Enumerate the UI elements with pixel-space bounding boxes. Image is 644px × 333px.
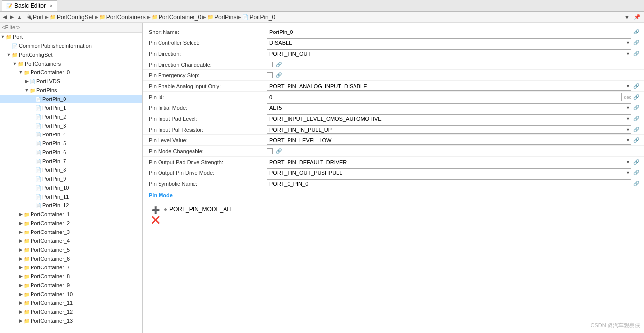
- tree-toggle[interactable]: ▼: [18, 70, 24, 75]
- prop-link-btn[interactable]: 🔗: [632, 181, 640, 186]
- tree-toggle[interactable]: ▼: [24, 88, 30, 93]
- pin-mode-section-header[interactable]: Pin Mode: [143, 189, 644, 201]
- tree-toggle[interactable]: ▶: [18, 230, 24, 234]
- prop-select[interactable]: PORT_PIN_ANALOG_INPUT_DISABLEPORT_PIN_AN…: [267, 82, 631, 91]
- tree-item-portcontainer_6[interactable]: ▶ 📁 PortContainer_6: [0, 254, 142, 263]
- nav-back-btn[interactable]: ◀: [2, 13, 8, 21]
- prop-select[interactable]: PORT_INPUT_LEVEL_CMOS_AUTOMOTIVE: [267, 114, 631, 123]
- tree-toggle[interactable]: ▶: [18, 212, 24, 217]
- tree-item-portpin_11[interactable]: 📄 PortPin_11: [0, 192, 142, 201]
- tree-item-portcontainer_13[interactable]: ▶ 📁 PortContainer_13: [0, 316, 142, 325]
- tree-toggle[interactable]: ▶: [18, 283, 24, 288]
- breadcrumb-filter-btn[interactable]: ▼: [623, 13, 631, 21]
- tree-item-portcontainers[interactable]: ▼ 📁 PortContainers: [0, 59, 142, 68]
- tree-item-portcontainer_4[interactable]: ▶ 📁 PortContainer_4: [0, 236, 142, 245]
- tree-toggle[interactable]: ▶: [18, 309, 24, 314]
- prop-link-btn[interactable]: 🔗: [632, 51, 640, 56]
- tree-toggle[interactable]: ▶: [18, 292, 24, 297]
- tree-toggle[interactable]: ▶: [18, 221, 24, 226]
- prop-select[interactable]: PORT_PIN_OUTPORT_PIN_INPORT_PIN_IN_OUT: [267, 49, 631, 58]
- tree-item-portpin_12[interactable]: 📄 PortPin_12: [0, 201, 142, 210]
- tree-toggle[interactable]: ▶: [18, 238, 24, 243]
- prop-link-btn[interactable]: 🔗: [632, 83, 640, 89]
- tree-item-portcontainer_0[interactable]: ▼ 📁 PortContainer_0: [0, 68, 142, 77]
- prop-link-btn[interactable]: 🔗: [632, 159, 640, 165]
- filter-input[interactable]: [2, 24, 140, 30]
- prop-checkbox[interactable]: [267, 148, 273, 154]
- tree-item-portcontainer_5[interactable]: ▶ 📁 PortContainer_5: [0, 245, 142, 254]
- nav-up-btn[interactable]: ▲: [16, 14, 23, 21]
- pin-mode-add-btn[interactable]: ➕: [150, 205, 160, 214]
- prop-link-btn[interactable]: 🔗: [275, 148, 283, 154]
- tree-item-portpin_2[interactable]: 📄 PortPin_2: [0, 112, 142, 121]
- prop-text-input[interactable]: [267, 28, 631, 36]
- prop-link-btn[interactable]: 🔗: [632, 127, 640, 132]
- prop-link-btn[interactable]: 🔗: [632, 170, 640, 175]
- prop-link-btn[interactable]: 🔗: [632, 29, 640, 34]
- tree-item-portpin_4[interactable]: 📄 PortPin_4: [0, 130, 142, 139]
- tree-item-portlvds[interactable]: ▶ 📄 PortLVDS: [0, 77, 142, 86]
- tree-item-portcontainer_7[interactable]: ▶ 📁 PortContainer_7: [0, 263, 142, 272]
- pin-mode-remove-btn[interactable]: ❌: [150, 215, 160, 224]
- tree-item-portcontainer_12[interactable]: ▶ 📁 PortContainer_12: [0, 307, 142, 316]
- tree-toggle[interactable]: ▶: [18, 300, 24, 305]
- prop-select[interactable]: PORT_PIN_DEFAULT_DRIVER: [267, 158, 631, 166]
- tree-toggle[interactable]: ▶: [18, 256, 24, 261]
- prop-select[interactable]: DISABLE: [267, 38, 631, 47]
- breadcrumb-item-portcontainers[interactable]: 📁PortContainers: [99, 14, 146, 21]
- prop-checkbox[interactable]: [267, 62, 273, 67]
- tree-item-portcontainer_11[interactable]: ▶ 📁 PortContainer_11: [0, 299, 142, 307]
- tree-item-portpin_7[interactable]: 📄 PortPin_7: [0, 157, 142, 166]
- tree-item-portpin_10[interactable]: 📄 PortPin_10: [0, 183, 142, 192]
- tree-item-portpin_9[interactable]: 📄 PortPin_9: [0, 174, 142, 183]
- prop-link-btn[interactable]: 🔗: [275, 72, 283, 78]
- breadcrumb-pin-btn[interactable]: 📌: [632, 13, 642, 21]
- prop-select[interactable]: ALT5ALT0ALT1ALT2ALT3ALT4: [267, 103, 631, 112]
- tree-toggle[interactable]: ▶: [24, 79, 30, 84]
- prop-link-btn[interactable]: 🔗: [275, 62, 283, 67]
- tree-item-common[interactable]: 📄 CommonPublishedInformation: [0, 41, 142, 50]
- tree-item-portcontainer_8[interactable]: ▶ 📁 PortContainer_8: [0, 272, 142, 281]
- tree-item-portcontainer_1[interactable]: ▶ 📁 PortContainer_1: [0, 210, 142, 219]
- tree-item-portpin_1[interactable]: 📄 PortPin_1: [0, 103, 142, 112]
- tree-item-portpin_5[interactable]: 📄 PortPin_5: [0, 139, 142, 148]
- prop-select[interactable]: PORT_PIN_OUT_PUSHPULLPORT_PIN_OUT_OPENDR…: [267, 168, 631, 177]
- tree-item-port[interactable]: ▼ 📁 Port: [0, 33, 142, 41]
- tree-item-portcontainer_2[interactable]: ▶ 📁 PortContainer_2: [0, 219, 142, 228]
- tree-toggle[interactable]: ▼: [0, 34, 6, 39]
- tree-item-portpin_6[interactable]: 📄 PortPin_6: [0, 148, 142, 157]
- prop-select[interactable]: PORT_PIN_IN_PULL_UPPORT_PIN_IN_PULL_DOWN…: [267, 125, 631, 134]
- breadcrumb-item-portconfigset[interactable]: 📁PortConfigSet: [50, 14, 94, 21]
- tab-close-btn[interactable]: ×: [50, 3, 53, 9]
- breadcrumb-item-port[interactable]: 🔌Port: [26, 14, 44, 21]
- tree-item-portpins[interactable]: ▼ 📁 PortPins: [0, 86, 142, 95]
- prop-link-btn[interactable]: 🔗: [632, 94, 640, 100]
- tree-toggle[interactable]: ▶: [18, 318, 24, 323]
- prop-link-btn[interactable]: 🔗: [632, 40, 640, 45]
- tree-item-portconfigset[interactable]: ▼ 📁 PortConfigSet: [0, 50, 142, 59]
- tree-item-portcontainer_3[interactable]: ▶ 📁 PortContainer_3: [0, 228, 142, 236]
- prop-text-input[interactable]: [267, 179, 631, 188]
- prop-checkbox[interactable]: [267, 72, 273, 78]
- tree-toggle[interactable]: ▶: [18, 274, 24, 279]
- basic-editor-tab[interactable]: 📝 Basic Editor ×: [2, 0, 57, 11]
- tree-item-portcontainer_10[interactable]: ▶ 📁 PortContainer_10: [0, 290, 142, 299]
- tree-item-portpin_3[interactable]: 📄 PortPin_3: [0, 121, 142, 130]
- tree-item-portpin_0[interactable]: 📄 PortPin_0: [0, 95, 142, 103]
- nav-forward-btn[interactable]: ▶: [9, 13, 15, 21]
- tree-item-portpin_8[interactable]: 📄 PortPin_8: [0, 166, 142, 174]
- prop-link-btn[interactable]: 🔗: [632, 105, 640, 110]
- prop-select[interactable]: PORT_PIN_LEVEL_LOWPORT_PIN_LEVEL_HIGH: [267, 136, 631, 145]
- tree-toggle[interactable]: ▼: [6, 52, 12, 57]
- tree-toggle[interactable]: ▼: [12, 61, 18, 66]
- tree-item-portcontainer_9[interactable]: ▶ 📁 PortContainer_9: [0, 281, 142, 290]
- prop-number-input[interactable]: [267, 93, 622, 101]
- breadcrumb-item-portpin_0[interactable]: 📄PortPin_0: [242, 14, 275, 21]
- tree-toggle[interactable]: ▶: [18, 265, 24, 270]
- pin-mode-entry-0[interactable]: ◆ PORT_PIN_MODE_ALL: [162, 204, 637, 214]
- prop-link-btn[interactable]: 🔗: [632, 137, 640, 143]
- prop-link-btn[interactable]: 🔗: [632, 116, 640, 121]
- breadcrumb-item-portcontainer_0[interactable]: 📁PortContainer_0: [152, 14, 201, 21]
- tree-toggle[interactable]: ▶: [18, 247, 24, 252]
- breadcrumb-item-portpins[interactable]: 📁PortPins: [207, 14, 236, 21]
